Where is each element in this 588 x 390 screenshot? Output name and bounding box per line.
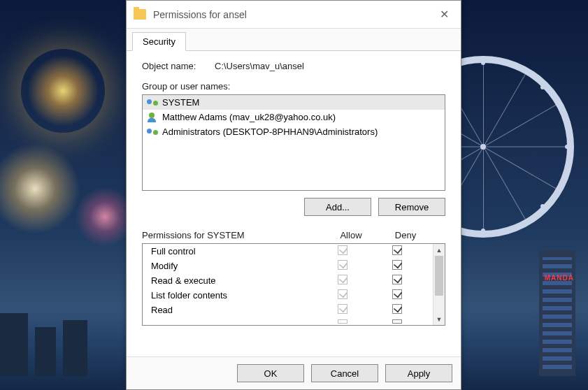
principal-item[interactable]: Matthew Adams (mav_uk28@yahoo.co.uk)	[143, 110, 445, 124]
permissions-dialog: Permissions for ansel ✕ Security Object …	[126, 0, 461, 390]
principal-item[interactable]: SYSTEM	[143, 95, 445, 110]
wallpaper-sign: MANDA	[545, 274, 574, 282]
deny-checkbox[interactable]	[392, 319, 402, 324]
permission-row: Full control	[143, 244, 433, 259]
deny-checkbox[interactable]	[392, 275, 402, 284]
groups-label: Group or user names:	[142, 81, 445, 92]
principals-listbox[interactable]: SYSTEMMatthew Adams (mav_uk28@yahoo.co.u…	[142, 94, 445, 191]
user-icon	[147, 98, 158, 108]
tab-security[interactable]: Security	[132, 32, 186, 51]
remove-button[interactable]: Remove	[378, 198, 445, 216]
deny-checkbox[interactable]	[392, 304, 402, 314]
permission-row: Modify	[143, 259, 433, 273]
allow-checkbox	[338, 304, 347, 314]
permissions-scrollbar[interactable]: ▲ ▼	[433, 244, 445, 325]
dialog-footer: OK Cancel Apply	[127, 356, 461, 389]
column-deny: Deny	[378, 230, 433, 240]
permission-row: List folder contents	[143, 288, 433, 303]
user-icon	[147, 127, 158, 137]
allow-checkbox	[338, 289, 347, 299]
scroll-down-icon[interactable]: ▼	[433, 313, 445, 325]
scroll-up-icon[interactable]: ▲	[433, 244, 445, 256]
user-icon	[147, 113, 158, 122]
permissions-listbox: Full controlModifyRead & executeList fol…	[142, 243, 445, 326]
permission-name: List folder contents	[151, 290, 315, 301]
permissions-for-label: Permissions for SYSTEM	[142, 230, 324, 240]
principal-item[interactable]: Administrators (DESKTOP-8PHHAN9\Administ…	[143, 124, 445, 139]
close-button[interactable]: ✕	[430, 3, 458, 26]
window-title: Permissions for ansel	[153, 9, 430, 20]
allow-checkbox	[338, 245, 347, 255]
deny-checkbox[interactable]	[392, 245, 402, 255]
folder-icon	[134, 9, 146, 20]
close-icon: ✕	[440, 8, 449, 21]
tab-strip: Security	[127, 29, 461, 51]
permission-name: Full control	[151, 246, 315, 257]
deny-checkbox[interactable]	[392, 260, 402, 270]
permission-name: Read	[151, 305, 315, 315]
cancel-button[interactable]: Cancel	[311, 364, 378, 382]
allow-checkbox	[338, 260, 347, 270]
titlebar[interactable]: Permissions for ansel ✕	[127, 1, 461, 29]
allow-checkbox	[338, 275, 347, 284]
permission-row: Read & execute	[143, 273, 433, 288]
object-name-label: Object name:	[142, 61, 215, 71]
permission-name: Modify	[151, 261, 315, 271]
deny-checkbox[interactable]	[392, 289, 402, 299]
principal-name: Administrators (DESKTOP-8PHHAN9\Administ…	[162, 127, 378, 137]
principal-name: SYSTEM	[162, 97, 199, 108]
scroll-thumb[interactable]	[435, 256, 443, 296]
apply-button[interactable]: Apply	[385, 364, 452, 382]
object-name-value: C:\Users\mav_u\ansel	[215, 61, 304, 71]
column-allow: Allow	[324, 230, 378, 240]
dialog-content: Object name: C:\Users\mav_u\ansel Group …	[127, 51, 461, 356]
principal-name: Matthew Adams (mav_uk28@yahoo.co.uk)	[162, 112, 336, 122]
ok-button[interactable]: OK	[237, 364, 304, 382]
add-button[interactable]: Add...	[304, 198, 371, 216]
allow-checkbox	[338, 319, 347, 324]
permission-name: Read & execute	[151, 275, 315, 286]
